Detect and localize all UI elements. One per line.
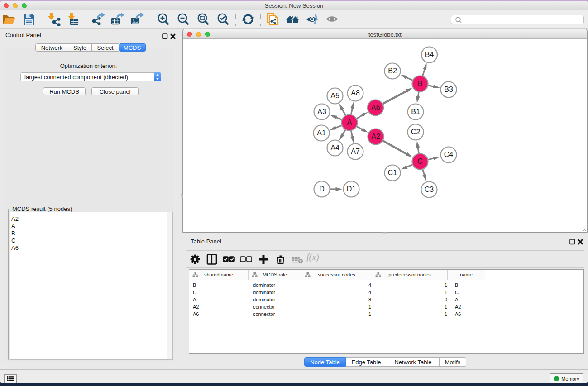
svg-text:A7: A7 [351, 148, 360, 155]
svg-text:D1: D1 [347, 185, 356, 193]
svg-text:B: B [418, 80, 423, 87]
svg-text:B1: B1 [411, 108, 420, 115]
svg-text:B3: B3 [444, 86, 453, 93]
svg-text:C2: C2 [411, 128, 421, 136]
svg-text:A6: A6 [371, 104, 380, 111]
svg-text:C1: C1 [388, 169, 397, 176]
svg-text:B2: B2 [388, 67, 397, 75]
svg-text:C: C [417, 157, 423, 165]
svg-text:A2: A2 [371, 133, 380, 140]
svg-text:D: D [319, 185, 325, 193]
svg-text:A4: A4 [330, 144, 339, 152]
svg-text:A1: A1 [317, 129, 326, 137]
svg-text:A5: A5 [330, 92, 339, 100]
svg-text:C3: C3 [425, 186, 434, 193]
svg-text:A8: A8 [351, 89, 360, 97]
svg-text:A: A [347, 119, 352, 126]
svg-text:B4: B4 [425, 51, 434, 58]
svg-text:A3: A3 [317, 108, 326, 115]
svg-text:C4: C4 [444, 151, 454, 158]
